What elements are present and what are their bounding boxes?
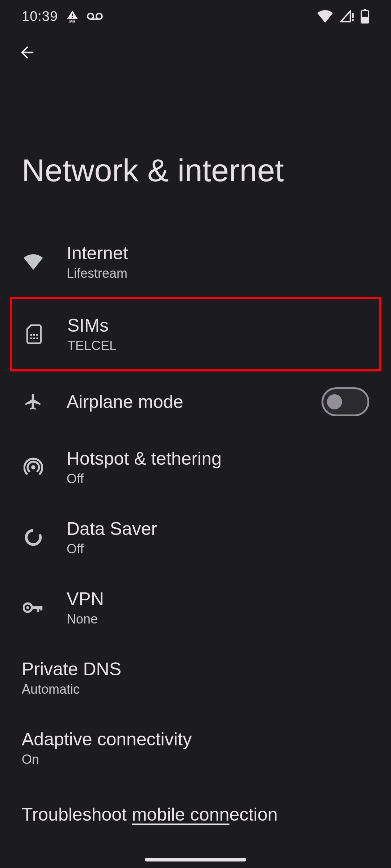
row-private-dns[interactable]: Private DNS Automatic xyxy=(0,643,391,713)
wifi-status-icon xyxy=(317,10,333,23)
ts-mid: mobile conn xyxy=(132,804,230,825)
row-data-saver-title: Data Saver xyxy=(67,518,369,539)
svg-rect-22 xyxy=(37,606,39,612)
hotspot-icon xyxy=(22,458,45,477)
back-button[interactable] xyxy=(14,40,40,65)
row-internet-title: Internet xyxy=(67,243,369,264)
row-data-saver[interactable]: Data Saver Off xyxy=(0,502,391,573)
battery-icon xyxy=(361,9,369,24)
svg-rect-6 xyxy=(352,13,354,18)
airplane-icon xyxy=(22,392,45,411)
vpn-key-icon xyxy=(22,602,45,613)
sim-icon xyxy=(22,324,46,344)
row-private-dns-sub: Automatic xyxy=(22,682,369,697)
row-internet[interactable]: Internet Lifestream xyxy=(0,227,391,297)
row-sims-title: SIMs xyxy=(67,315,369,336)
row-troubleshoot[interactable]: Troubleshoot mobile connection xyxy=(0,783,391,834)
data-saver-icon xyxy=(22,528,45,547)
home-indicator[interactable] xyxy=(145,858,246,861)
no-signal-warn-icon xyxy=(340,10,354,23)
switch-knob xyxy=(327,394,342,409)
row-private-dns-title: Private DNS xyxy=(22,659,369,680)
app-bar xyxy=(0,33,391,65)
svg-point-17 xyxy=(31,465,35,469)
status-bar: 10:39 MM xyxy=(0,0,391,33)
voicemail-icon xyxy=(87,12,103,21)
ts-post: ection xyxy=(230,804,278,825)
back-arrow-icon xyxy=(18,43,37,62)
row-sims-sub: TELCEL xyxy=(67,338,369,353)
warning-triangle-icon: MM xyxy=(66,9,79,23)
row-internet-sub: Lifestream xyxy=(67,266,369,281)
row-adaptive[interactable]: Adaptive connectivity On xyxy=(0,713,391,783)
svg-text:MM: MM xyxy=(70,20,76,23)
row-vpn-sub: None xyxy=(67,612,369,627)
svg-rect-1 xyxy=(72,17,73,18)
row-hotspot[interactable]: Hotspot & tethering Off xyxy=(0,432,391,502)
row-sims[interactable]: SIMs TELCEL xyxy=(10,297,381,371)
row-data-saver-sub: Off xyxy=(67,541,369,557)
svg-rect-15 xyxy=(33,337,35,339)
airplane-mode-switch[interactable] xyxy=(321,387,369,416)
status-right xyxy=(317,9,369,24)
svg-rect-11 xyxy=(30,334,32,336)
row-hotspot-title: Hotspot & tethering xyxy=(67,448,369,469)
svg-point-3 xyxy=(88,13,93,19)
svg-rect-7 xyxy=(352,19,354,21)
row-vpn-title: VPN xyxy=(67,588,369,609)
row-vpn[interactable]: VPN None xyxy=(0,573,391,643)
page-title: Network & internet xyxy=(0,65,391,223)
row-airplane-title: Airplane mode xyxy=(67,391,314,412)
svg-rect-12 xyxy=(33,334,35,336)
svg-rect-23 xyxy=(40,606,42,610)
svg-rect-14 xyxy=(30,337,32,339)
status-time: 10:39 xyxy=(22,9,58,24)
svg-point-4 xyxy=(96,13,102,19)
svg-point-20 xyxy=(26,606,29,609)
svg-rect-16 xyxy=(36,337,38,339)
svg-rect-10 xyxy=(361,17,369,24)
wifi-icon xyxy=(22,254,45,270)
row-troubleshoot-title: Troubleshoot mobile connection xyxy=(22,804,369,825)
row-airplane[interactable]: Airplane mode xyxy=(0,371,391,432)
ts-pre: Troubleshoot xyxy=(22,804,132,825)
status-left: 10:39 MM xyxy=(22,9,103,24)
row-hotspot-sub: Off xyxy=(67,471,369,486)
row-adaptive-title: Adaptive connectivity xyxy=(22,729,369,750)
svg-rect-0 xyxy=(72,14,73,16)
settings-list: Internet Lifestream SIMs TELCEL xyxy=(0,223,391,834)
row-adaptive-sub: On xyxy=(22,752,369,767)
svg-rect-13 xyxy=(36,334,38,336)
